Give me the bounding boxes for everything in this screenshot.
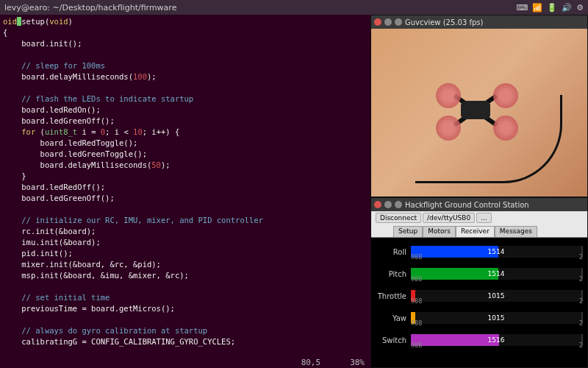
channel-label: Throttle bbox=[376, 292, 406, 300]
camera-feed bbox=[371, 29, 587, 197]
minimize-icon[interactable] bbox=[384, 18, 392, 26]
code-editor[interactable]: oid setup(void) { board.init(); // sleep… bbox=[0, 15, 370, 368]
scroll-percent: 38% bbox=[350, 358, 365, 367]
camera-title: Guvcview (25.03 fps) bbox=[405, 18, 483, 26]
battery-icon[interactable]: 🔋 bbox=[547, 3, 557, 13]
channel-bar: 1516 bbox=[411, 334, 583, 346]
channel-value: 1015 bbox=[411, 312, 581, 324]
channel-value: 1516 bbox=[411, 334, 581, 346]
gcs-titlebar[interactable]: Hackflight Ground Control Station bbox=[371, 198, 587, 211]
channel-row-roll: Roll1514 bbox=[376, 241, 583, 263]
channel-label: Roll bbox=[376, 248, 406, 256]
window-title: levy@earo: ~/Desktop/hackflight/firmware bbox=[4, 3, 516, 13]
keyboard-icon[interactable]: ⌨ bbox=[516, 3, 528, 13]
editor-statusbar: 80,5 38% bbox=[0, 356, 370, 368]
gcs-toolbar: Disconnect /dev/ttyUSB0 ... bbox=[371, 211, 587, 224]
channel-value: 1514 bbox=[411, 246, 581, 258]
tab-setup[interactable]: Setup bbox=[393, 226, 423, 237]
channel-value: 1514 bbox=[411, 268, 581, 280]
channel-row-throttle: Throttle1015 bbox=[376, 285, 583, 307]
channel-bar: 1514 bbox=[411, 268, 583, 280]
desktop-topbar: levy@earo: ~/Desktop/hackflight/firmware… bbox=[0, 0, 588, 15]
channel-row-yaw: Yaw1015 bbox=[376, 307, 583, 329]
close-icon[interactable] bbox=[374, 18, 381, 26]
channel-bar: 1015 bbox=[411, 312, 583, 324]
volume-icon[interactable]: 🔊 bbox=[562, 3, 572, 13]
channel-row-switch: Switch1516 bbox=[376, 329, 583, 351]
code-content[interactable]: oid setup(void) { board.init(); // sleep… bbox=[3, 16, 368, 368]
close-icon[interactable] bbox=[374, 201, 381, 208]
gear-icon[interactable]: ⚙ bbox=[576, 3, 584, 13]
gcs-title: Hackflight Ground Control Station bbox=[405, 201, 529, 209]
camera-titlebar[interactable]: Guvcview (25.03 fps) bbox=[371, 15, 587, 29]
maximize-icon[interactable] bbox=[395, 201, 402, 208]
tab-receiver[interactable]: Receiver bbox=[456, 226, 495, 237]
cursor-position: 80,5 bbox=[301, 358, 321, 367]
port-select[interactable]: /dev/ttyUSB0 bbox=[423, 213, 475, 223]
tab-motors[interactable]: Motors bbox=[423, 226, 456, 237]
channel-bar: 1514 bbox=[411, 246, 583, 258]
maximize-icon[interactable] bbox=[395, 18, 402, 26]
port-dropdown-button[interactable]: ... bbox=[476, 213, 492, 223]
disconnect-button[interactable]: Disconnect bbox=[376, 213, 421, 223]
tab-messages[interactable]: Messages bbox=[495, 226, 537, 237]
gcs-tabs: SetupMotorsReceiverMessages bbox=[371, 224, 587, 238]
camera-window[interactable]: Guvcview (25.03 fps) bbox=[370, 15, 588, 197]
gcs-window[interactable]: Hackflight Ground Control Station Discon… bbox=[370, 197, 588, 368]
channel-row-pitch: Pitch1514 bbox=[376, 263, 583, 285]
gcs-receiver-panel: Roll15149882Pitch15149882Throttle1015988… bbox=[371, 238, 587, 367]
channel-bar: 1015 bbox=[411, 290, 583, 302]
channel-label: Yaw bbox=[376, 314, 406, 322]
network-icon[interactable]: 📶 bbox=[532, 3, 542, 13]
channel-value: 1015 bbox=[411, 290, 581, 302]
channel-label: Pitch bbox=[376, 270, 406, 278]
system-tray: ⌨ 📶 🔋 🔊 ⚙ bbox=[516, 3, 584, 13]
channel-label: Switch bbox=[376, 336, 406, 344]
minimize-icon[interactable] bbox=[384, 201, 392, 208]
